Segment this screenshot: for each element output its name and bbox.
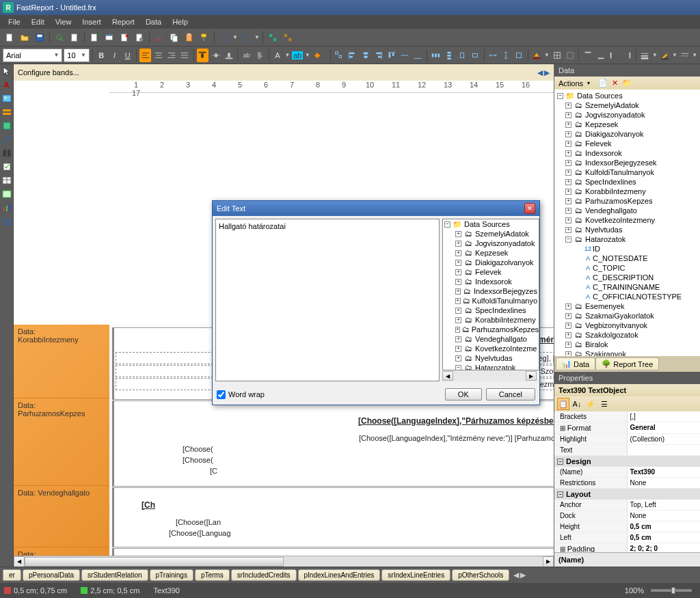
new-button[interactable] bbox=[3, 31, 16, 44]
format-paint-button[interactable] bbox=[198, 31, 211, 44]
border-all-button[interactable] bbox=[551, 49, 563, 62]
tab-report-tree[interactable]: 🌳Report Tree bbox=[595, 357, 659, 370]
band-label[interactable]: Data:KovetkezoIntezmeny bbox=[14, 547, 109, 556]
properties-grid[interactable]: Brackets[,] ⊞ FormatGeneral Highlight(Co… bbox=[554, 411, 700, 552]
menu-insert[interactable]: Insert bbox=[77, 16, 107, 27]
tree-item[interactable]: +🗂Indexsorok bbox=[556, 148, 699, 158]
page-tab[interactable]: pIndexLinesAndEntries bbox=[298, 569, 381, 581]
dialog-data-tree[interactable]: −📁Data Sources +🗂SzemelyiAdatok+🗂Jogvisz… bbox=[442, 219, 539, 370]
open-button[interactable] bbox=[18, 31, 31, 44]
dialog-add-button[interactable] bbox=[103, 31, 116, 44]
dialog-ok-button[interactable]: OK bbox=[445, 388, 482, 400]
data-sources-tree[interactable]: −📁Data Sources +🗂SzemelyiAdatok+🗂Jogvisz… bbox=[554, 90, 700, 356]
undo-button[interactable] bbox=[217, 31, 231, 44]
align-centers-h-button[interactable] bbox=[360, 49, 371, 62]
page-button[interactable] bbox=[68, 31, 81, 44]
tree-item[interactable]: +🗂KovetkezoIntezme bbox=[443, 344, 539, 353]
scroll-left-icon[interactable]: ◀ bbox=[442, 371, 453, 381]
align-tops-button[interactable] bbox=[386, 49, 397, 62]
delete-icon[interactable]: ✕ bbox=[612, 79, 618, 87]
band-label[interactable]: Data:ParhuzamosKepzes bbox=[14, 398, 109, 486]
menu-view[interactable]: View bbox=[50, 16, 77, 27]
tree-item[interactable]: +🗂Indexsorok bbox=[443, 277, 539, 286]
size-h-button[interactable] bbox=[500, 49, 512, 62]
space-v-button[interactable] bbox=[443, 49, 455, 62]
prop-az-button[interactable]: A↓ bbox=[571, 398, 583, 410]
font-size-combo[interactable]: 10▼ bbox=[64, 49, 90, 62]
scroll-right-icon[interactable]: ▶ bbox=[543, 556, 554, 567]
tree-field[interactable]: AC_TRAININGNAME bbox=[556, 282, 699, 292]
save-button[interactable] bbox=[33, 31, 46, 44]
copy-button[interactable] bbox=[167, 31, 181, 44]
align-lefts-button[interactable] bbox=[347, 49, 358, 62]
band-label[interactable]: Data: Vendeghallgato bbox=[14, 486, 109, 547]
text-object[interactable]: [Choose([LanguageIndex],"Párhuzamos képz… bbox=[114, 415, 554, 427]
tree-item[interactable]: +🗂SpecIndexlines bbox=[556, 177, 699, 187]
size-w-button[interactable] bbox=[487, 49, 498, 62]
tree-field[interactable]: AC_OFFICIALNOTESTYPE bbox=[556, 292, 699, 301]
text-object[interactable]: [Choose([LanguageIndex],"Intézmény neve:… bbox=[114, 433, 554, 444]
preview-button[interactable] bbox=[53, 31, 66, 44]
page-add-button[interactable]: + bbox=[88, 31, 101, 44]
page-tab[interactable]: pOtherSchools bbox=[452, 569, 509, 581]
page-tab[interactable]: srStudentRelation bbox=[81, 569, 148, 581]
dialog-close-button[interactable]: ✕ bbox=[524, 203, 535, 214]
page-delete-button[interactable] bbox=[118, 31, 131, 44]
tree-item[interactable]: +🗂KulfoldiTanulmanyo bbox=[443, 296, 539, 305]
dialog-cancel-button[interactable]: Cancel bbox=[486, 388, 535, 400]
menu-edit[interactable]: Edit bbox=[26, 16, 50, 27]
text-object[interactable]: [Choose([Languag bbox=[114, 528, 554, 539]
tree-item[interactable]: +🗂Felevek bbox=[556, 139, 699, 148]
tree-field[interactable]: AC_DESCRIPTION bbox=[556, 273, 699, 282]
tree-item[interactable]: +🗂Vegbizonyitvanyok bbox=[556, 321, 699, 330]
horizontal-scrollbar[interactable]: ◀ ▶ bbox=[14, 556, 554, 567]
align-bottoms-button[interactable] bbox=[412, 49, 424, 62]
center-h-button[interactable] bbox=[456, 49, 468, 62]
tree-item[interactable]: −🗂Hatarozatok bbox=[443, 363, 539, 370]
page-tab[interactable]: pTrainings bbox=[150, 569, 193, 581]
dialog-tree-scrollbar[interactable]: ◀ ▶ bbox=[442, 370, 537, 381]
valign-middle-button[interactable] bbox=[210, 49, 221, 62]
fill-color-button[interactable] bbox=[531, 49, 543, 62]
table-tool[interactable] bbox=[1, 175, 12, 186]
align-justify-button[interactable] bbox=[179, 49, 191, 62]
tree-item[interactable]: +🗂KorabbiIntezmeny bbox=[556, 187, 699, 196]
bands-right-icon[interactable]: ▶ bbox=[544, 68, 550, 77]
text-angle1-button[interactable]: ab bbox=[241, 49, 252, 62]
scroll-right-icon[interactable]: ▶ bbox=[526, 371, 537, 381]
border-bottom-button[interactable] bbox=[595, 49, 606, 62]
zoom-slider[interactable] bbox=[651, 589, 692, 592]
text-tool[interactable]: A bbox=[1, 79, 12, 90]
actions-label[interactable]: Actions bbox=[558, 79, 583, 87]
tree-item[interactable]: +🗂Szakdolgozatok bbox=[556, 330, 699, 340]
tree-item[interactable]: +🗂Diakigazolvanyok bbox=[556, 129, 699, 139]
border-width-button[interactable] bbox=[639, 49, 651, 62]
pointer-tool[interactable] bbox=[1, 66, 12, 77]
border-style-button[interactable] bbox=[679, 49, 690, 62]
center-v-button[interactable] bbox=[469, 49, 481, 62]
text-angle2-button[interactable]: ab bbox=[254, 49, 265, 62]
ungroup-button[interactable] bbox=[281, 31, 295, 44]
tree-item[interactable]: +🗂Jogviszonyadatok bbox=[556, 110, 699, 120]
align-middles-button[interactable] bbox=[399, 49, 411, 62]
tree-item[interactable]: +🗂Nyelvtudas bbox=[443, 353, 539, 363]
tree-field[interactable]: AC_TOPIC bbox=[556, 263, 699, 273]
tree-item[interactable]: +🗂Biralok bbox=[556, 340, 699, 349]
redo-button[interactable] bbox=[239, 31, 253, 44]
cut-button[interactable] bbox=[152, 31, 166, 44]
tree-item[interactable]: +🗂IndexsorBejegyzes bbox=[443, 286, 539, 296]
tabs-scroll-right-icon[interactable]: ▶ bbox=[520, 571, 526, 580]
tree-item[interactable]: +🗂SzemelyiAdatok bbox=[556, 100, 699, 110]
tree-item[interactable]: +🗂Vendeghallgato bbox=[443, 334, 539, 344]
text-object[interactable]: [C bbox=[114, 465, 554, 476]
tree-item[interactable]: +🗂Kepzesek bbox=[443, 248, 539, 258]
border-color-button[interactable] bbox=[659, 49, 671, 62]
dialog-text-editor[interactable]: Hallgató határozatai bbox=[215, 219, 440, 381]
tabs-scroll-left-icon[interactable]: ◀ bbox=[513, 571, 519, 580]
prop-filter-button[interactable]: ⚡ bbox=[584, 398, 597, 410]
tree-item[interactable]: +🗂SpecIndexlines bbox=[443, 305, 539, 315]
tree-item[interactable]: +🗂SzemelyiAdatok bbox=[443, 229, 539, 239]
properties-object-label[interactable]: Text390 TextObject bbox=[554, 384, 700, 396]
checkbox-tool[interactable] bbox=[1, 161, 12, 172]
picture-tool[interactable] bbox=[1, 93, 12, 104]
